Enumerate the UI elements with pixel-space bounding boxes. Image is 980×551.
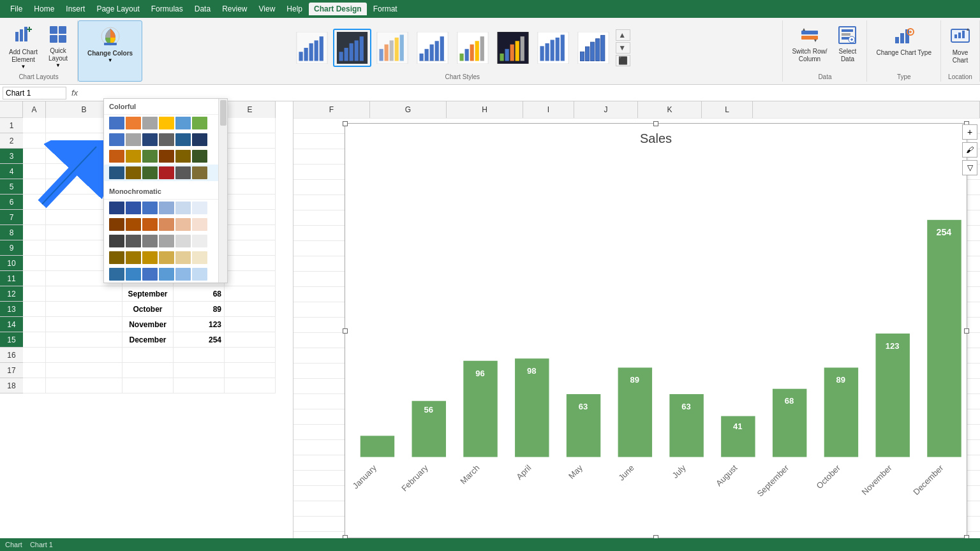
switch-row-column-button[interactable]: Switch Row/Column: [788, 23, 831, 66]
color-swatch[interactable]: [159, 202, 174, 214]
cell-E16[interactable]: [225, 348, 276, 363]
cell-B13[interactable]: [46, 302, 122, 317]
menu-format[interactable]: Format: [368, 3, 403, 15]
scroll-thumb[interactable]: [220, 100, 226, 126]
row-header-7[interactable]: 7: [0, 210, 23, 225]
cell-C12[interactable]: September: [122, 286, 174, 302]
cell-C16[interactable]: [122, 348, 174, 363]
col-header-H[interactable]: H: [447, 101, 523, 118]
cell-E12[interactable]: [225, 286, 276, 302]
color-swatch[interactable]: [159, 150, 174, 163]
color-swatch[interactable]: [109, 150, 124, 163]
cell-A1[interactable]: [23, 118, 46, 133]
color-swatch[interactable]: [126, 218, 141, 231]
col-header-J[interactable]: J: [574, 101, 638, 118]
chart-style-2[interactable]: [333, 29, 371, 67]
chart-brush-button[interactable]: 🖌: [962, 142, 977, 158]
color-swatch[interactable]: [126, 268, 141, 281]
name-box[interactable]: Chart 1: [3, 87, 66, 99]
color-swatch[interactable]: [126, 251, 141, 264]
menu-help[interactable]: Help: [281, 3, 308, 15]
color-swatch[interactable]: [126, 117, 141, 129]
row-header-13[interactable]: 13: [0, 302, 23, 317]
color-swatch[interactable]: [159, 117, 174, 129]
color-swatch[interactable]: [159, 218, 174, 231]
color-swatch[interactable]: [109, 202, 124, 214]
col-header-I[interactable]: I: [523, 101, 574, 118]
cell-E9[interactable]: [225, 240, 276, 256]
menu-page-layout[interactable]: Page Layout: [91, 3, 144, 15]
move-chart-button[interactable]: MoveChart: [946, 23, 974, 67]
chart-style-8[interactable]: [574, 29, 612, 67]
color-swatch[interactable]: [175, 235, 191, 247]
color-swatch[interactable]: [159, 166, 174, 179]
color-swatch[interactable]: [109, 268, 124, 281]
cell-E1[interactable]: [225, 118, 276, 133]
color-swatch[interactable]: [109, 117, 124, 129]
cell-A11[interactable]: [23, 271, 46, 286]
color-swatch[interactable]: [192, 218, 207, 231]
cell-E14[interactable]: [225, 317, 276, 332]
color-swatch[interactable]: [175, 117, 191, 129]
col-header-more[interactable]: [753, 101, 980, 118]
menu-data[interactable]: Data: [189, 3, 216, 15]
row-header-12[interactable]: 12: [0, 286, 23, 302]
color-swatch[interactable]: [192, 133, 207, 146]
chart-handle-ml[interactable]: [343, 328, 348, 334]
color-swatch[interactable]: [142, 150, 158, 163]
cell-A12[interactable]: [23, 286, 46, 302]
col-header-E[interactable]: E: [225, 101, 276, 118]
color-swatch[interactable]: [159, 235, 174, 247]
color-swatch[interactable]: [126, 202, 141, 214]
cell-E6[interactable]: [225, 195, 276, 210]
change-colors-button[interactable]: Change Colors ▼: [84, 24, 137, 66]
row-header-14[interactable]: 14: [0, 317, 23, 332]
color-swatch[interactable]: [192, 117, 207, 129]
color-swatch[interactable]: [159, 268, 174, 281]
cell-E15[interactable]: [225, 332, 276, 348]
color-swatch[interactable]: [175, 251, 191, 264]
color-swatch[interactable]: [175, 133, 191, 146]
chart-add-button[interactable]: +: [962, 124, 977, 140]
color-swatch[interactable]: [126, 150, 141, 163]
cell-A14[interactable]: [23, 317, 46, 332]
cell-A4[interactable]: [23, 164, 46, 179]
menu-review[interactable]: Review: [217, 3, 252, 15]
cell-E7[interactable]: [225, 210, 276, 225]
cell-E18[interactable]: [225, 378, 276, 393]
row-header-15[interactable]: 15: [0, 332, 23, 348]
color-swatch[interactable]: [142, 133, 158, 146]
cell-E8[interactable]: [225, 225, 276, 240]
chart-style-4[interactable]: [413, 29, 452, 67]
chart-handle-mr[interactable]: [964, 328, 969, 334]
color-swatch[interactable]: [142, 218, 158, 231]
color-swatch[interactable]: [142, 202, 158, 214]
color-swatch[interactable]: [159, 133, 174, 146]
cell-C13[interactable]: October: [122, 302, 174, 317]
chart-handle-tl[interactable]: [343, 121, 348, 126]
chart-style-6[interactable]: [494, 29, 532, 67]
cell-D17[interactable]: [174, 363, 225, 378]
col-header-L[interactable]: L: [702, 101, 753, 118]
cell-D14[interactable]: 123: [174, 317, 225, 332]
cell-B17[interactable]: [46, 363, 122, 378]
cell-B15[interactable]: [46, 332, 122, 348]
color-swatch[interactable]: [175, 150, 191, 163]
color-swatch[interactable]: [175, 166, 191, 179]
menu-formulas[interactable]: Formulas: [146, 3, 188, 15]
styles-scroll-up[interactable]: ▲: [616, 29, 630, 41]
cell-B16[interactable]: [46, 348, 122, 363]
cell-A9[interactable]: [23, 240, 46, 256]
change-chart-type-button[interactable]: Change Chart Type: [872, 23, 935, 59]
color-swatch[interactable]: [142, 117, 158, 129]
cell-A7[interactable]: [23, 210, 46, 225]
row-header-1[interactable]: 1: [0, 118, 23, 133]
chart-container[interactable]: Sales 21 56: [345, 123, 967, 538]
color-swatch[interactable]: [192, 166, 207, 179]
styles-scroll-down[interactable]: ▼: [616, 42, 630, 54]
row-header-3[interactable]: 3: [0, 149, 23, 164]
cell-D12[interactable]: 68: [174, 286, 225, 302]
color-swatch[interactable]: [142, 166, 158, 179]
color-swatch[interactable]: [142, 235, 158, 247]
chart-style-1[interactable]: [293, 29, 331, 67]
